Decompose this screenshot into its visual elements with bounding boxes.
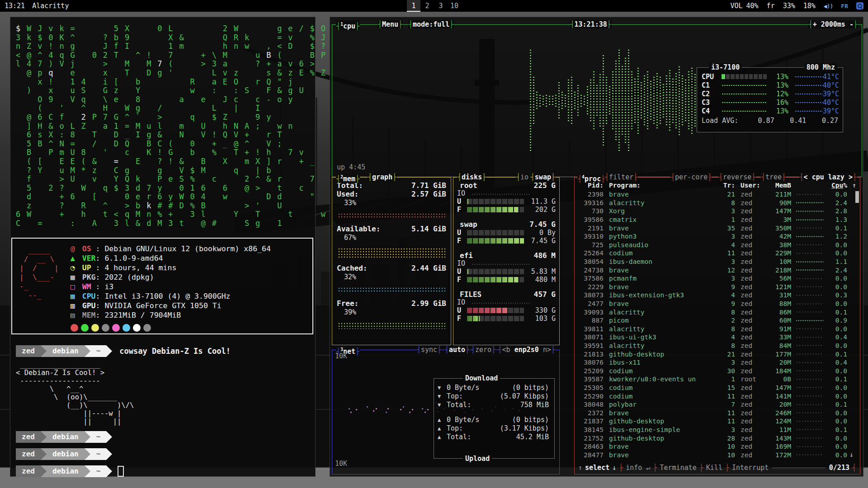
interrupt-button[interactable]: Interrupt bbox=[732, 464, 769, 472]
workspace-button[interactable]: 1 bbox=[407, 0, 420, 12]
net-stat-value: (0 bitps) bbox=[512, 416, 549, 424]
process-row[interactable]: 39093alacritty8zed86M0.1 bbox=[578, 308, 856, 316]
scrollbar-thumb[interactable] bbox=[855, 191, 859, 203]
wave-column bbox=[618, 49, 620, 152]
process-pid: 39310 bbox=[578, 233, 604, 240]
process-memory: 38M bbox=[766, 241, 791, 249]
process-row[interactable]: 38145ibus-engine-simple3zed11M0.1 bbox=[578, 426, 856, 434]
col-mem[interactable]: MemB bbox=[766, 182, 791, 189]
process-row[interactable]: 38071ibus-ui-gtk34zed33M0.4 bbox=[578, 333, 856, 342]
process-row[interactable]: 38048polybar7zed20M0.1 bbox=[578, 400, 856, 409]
process-row[interactable]: 25264codium11zed229M0.0 bbox=[578, 249, 856, 258]
col-threads[interactable]: Tr: bbox=[720, 182, 735, 189]
process-pid: 39591 bbox=[578, 342, 604, 349]
process-row[interactable]: 38073ibus-extension-gtk34zed31M0.3 bbox=[578, 291, 856, 300]
col-pid[interactable]: Pid: bbox=[578, 182, 604, 189]
spacer bbox=[457, 323, 556, 329]
process-memory: 11M bbox=[766, 426, 791, 433]
volume-value: 40% bbox=[746, 2, 759, 10]
keyboard-layout-badge[interactable]: FR bbox=[841, 3, 848, 9]
process-name: ibus-daemon bbox=[604, 258, 720, 265]
process-user: zed bbox=[735, 401, 766, 408]
fetch-info-line: ▲VER: 6.1.0-9-amd64 bbox=[71, 253, 309, 263]
process-user: zed bbox=[735, 443, 766, 450]
process-row[interactable]: 730Xorg3zed147M2.8 bbox=[578, 207, 856, 216]
fetch-separator: : bbox=[96, 301, 105, 310]
process-row[interactable]: 25305codium15zed147M0.0 bbox=[578, 384, 856, 392]
process-cpu: 0.0 bbox=[828, 275, 847, 282]
process-row[interactable]: 21837github-desktop11zed124M0.0 bbox=[578, 417, 856, 426]
core-temp-dots bbox=[795, 109, 823, 113]
process-row[interactable]: 21752github-desktop28zed143M0.0 bbox=[578, 434, 856, 442]
net-stat-label: Top: bbox=[447, 424, 500, 432]
proc-reverse-tab[interactable]: ┤reverse├ bbox=[718, 173, 756, 181]
disk-bar-fill bbox=[467, 199, 468, 204]
wave-column bbox=[571, 76, 573, 125]
proc-percore-tab[interactable]: ┤per-core├ bbox=[670, 173, 712, 181]
tray-magnifier-icon[interactable] bbox=[856, 2, 863, 9]
disk-usage-row: U5.83 M bbox=[457, 267, 556, 276]
speaker-icon[interactable]: ◀)) bbox=[824, 3, 833, 9]
fetch-separator: : bbox=[91, 282, 105, 291]
process-pid: 37586 bbox=[578, 275, 604, 282]
memory-row: Cached:2.44 GiB bbox=[337, 264, 446, 272]
select-button[interactable]: select bbox=[585, 464, 609, 472]
proc-filter-tab[interactable]: ┤filter├ bbox=[604, 173, 638, 181]
col-program[interactable]: Program: bbox=[604, 182, 720, 189]
disks-swap-tab[interactable]: ┤swap├ bbox=[530, 173, 556, 181]
process-row[interactable]: 25209codium30zed184M0.0 bbox=[578, 366, 856, 375]
process-row[interactable]: 725pulseaudio4zed38M0.0 bbox=[578, 241, 856, 249]
terminate-button[interactable]: Terminate bbox=[660, 464, 697, 472]
traffic-dot bbox=[373, 410, 374, 412]
col-user[interactable]: User: bbox=[735, 182, 766, 189]
fetch-value: Intel i3-7100 (4) @ 3.900GHz bbox=[104, 292, 230, 300]
workspace-button[interactable]: 3 bbox=[434, 0, 448, 12]
wave-column bbox=[653, 76, 655, 125]
col-cpu[interactable]: Cpu% bbox=[828, 182, 847, 189]
process-row[interactable]: 39811alacritty8zed91M0.0 bbox=[578, 325, 856, 333]
process-row[interactable]: 2372brave11zed246M0.0 bbox=[578, 408, 856, 417]
process-row[interactable]: 28477brave10zed172M0.0 bbox=[578, 450, 856, 459]
process-cpu: 0.0 bbox=[828, 283, 847, 291]
process-row[interactable]: 28463brave10zed169M0.0 bbox=[578, 442, 856, 451]
core-temperature: 39°C bbox=[823, 107, 839, 115]
core-temp-dots bbox=[795, 100, 823, 105]
process-name: brave bbox=[604, 300, 720, 307]
process-row[interactable]: 25290codium11zed141M0.0 bbox=[578, 392, 856, 400]
proc-sort-mode[interactable]: ┤< cpu lazy >├ bbox=[799, 173, 857, 181]
process-row[interactable]: 39591alacritty8zed84M0.0 bbox=[578, 342, 856, 350]
process-cpu: 0.0 bbox=[828, 393, 847, 400]
memory-graph-tab[interactable]: ┤graph├ bbox=[368, 173, 397, 181]
workspace-button[interactable]: 10 bbox=[448, 0, 461, 12]
process-row[interactable]: 887picom2zed60M0.9 bbox=[578, 316, 856, 325]
process-row[interactable]: 39586cmatrix1zed3M1.3 bbox=[578, 216, 856, 224]
process-row[interactable]: 2191brave35zed350M0.1 bbox=[578, 224, 856, 232]
process-pid: 2191 bbox=[578, 225, 604, 232]
process-row[interactable]: 24738brave12zed218M2.4 bbox=[578, 266, 856, 274]
process-row[interactable]: 37586pcmanfm3zed56M0.0 bbox=[578, 274, 856, 283]
cpu-menu-button[interactable]: ┤Menu├ bbox=[377, 20, 403, 28]
process-row[interactable]: 38076ibus-x113zed20M0.4 bbox=[578, 358, 856, 367]
process-row[interactable]: 39587kworker/u8:0-events_un1root0B0.1 bbox=[578, 375, 856, 384]
disk-name: root bbox=[460, 181, 477, 190]
process-row[interactable]: 21813github-desktop21zed177M0.1 bbox=[578, 350, 856, 358]
process-row[interactable]: 2398brave21zed211M0.0 bbox=[578, 190, 856, 199]
process-user: zed bbox=[735, 426, 766, 433]
workspace-button[interactable]: 2 bbox=[420, 0, 434, 12]
wave-column bbox=[646, 70, 649, 130]
process-row[interactable]: 2229brave9zed121M0.0 bbox=[578, 283, 856, 291]
process-row[interactable]: 2477brave9zed88M0.0 bbox=[578, 300, 856, 308]
terminal-left-window[interactable]: $ W J v k = 5 X 0 L 2 W g e / $ O3 k $ 0… bbox=[10, 17, 316, 477]
proc-tree-tab[interactable]: ┤tree├ bbox=[761, 173, 786, 181]
process-row[interactable]: 39310python33zed42M1.2 bbox=[578, 232, 856, 241]
kill-button[interactable]: Kill bbox=[706, 464, 722, 472]
info-button[interactable]: info ↵ bbox=[626, 464, 650, 472]
process-name: brave bbox=[604, 283, 720, 291]
process-pid: 39587 bbox=[578, 375, 604, 383]
refresh-interval-control[interactable]: ┤+ 2000ms -├ bbox=[808, 20, 858, 28]
system-monitor-window[interactable]: ┤1cpu├ ┤Menu├ ┤mode:full├ ┤13:21:38├ ┤+ … bbox=[330, 17, 863, 477]
process-row[interactable]: 38054ibus-daemon3zed10M1.1 bbox=[578, 258, 856, 266]
fetch-label: CPU bbox=[82, 292, 96, 300]
process-row[interactable]: 39316alacritty8zed90M2.4 bbox=[578, 199, 856, 207]
traffic-dot bbox=[403, 406, 404, 408]
